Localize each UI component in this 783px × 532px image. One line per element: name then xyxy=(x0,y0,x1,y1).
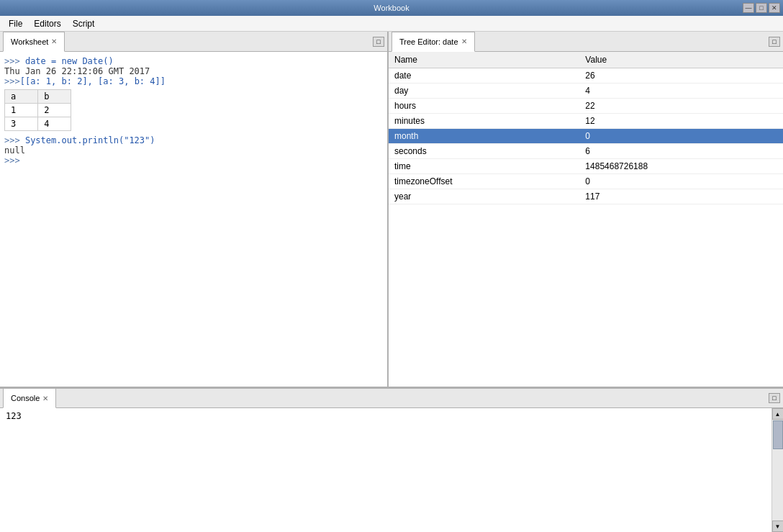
table-cell: 1 xyxy=(5,104,38,117)
console-tab-header: Console ✕ □ xyxy=(0,388,783,408)
close-button[interactable]: ✕ xyxy=(769,3,780,13)
tree-table: Name Value date26day4hours22minutes12mon… xyxy=(389,52,783,204)
tree-row-name: month xyxy=(389,129,579,144)
tree-row-value: 0 xyxy=(579,129,783,144)
tree-row-value: 117 xyxy=(579,189,783,204)
tree-row-name: time xyxy=(389,159,579,174)
table-cell: 2 xyxy=(38,104,71,117)
top-panes: Worksheet ✕ □ >>> date = new Date() Thu … xyxy=(0,32,783,388)
prompt-3: >>> xyxy=(4,76,20,86)
tree-row-value: 1485468726188 xyxy=(579,159,783,174)
table-cell: 4 xyxy=(38,117,71,131)
restore-button[interactable]: □ xyxy=(756,3,767,13)
console-tab[interactable]: Console ✕ xyxy=(3,388,56,408)
array-table: a b 1234 xyxy=(4,89,71,131)
console-pane: Console ✕ □ 123 ▲ ▼ xyxy=(0,388,783,532)
tree-row-name: timezoneOffset xyxy=(389,174,579,189)
console-text-area: 123 xyxy=(0,408,783,532)
tree-row-name: day xyxy=(389,84,579,99)
prompt-5: >>> xyxy=(4,135,25,145)
console-maximize[interactable]: □ xyxy=(769,393,780,403)
col-value: Value xyxy=(579,52,783,68)
console-output: 123 xyxy=(6,411,22,421)
tree-row[interactable]: date26 xyxy=(389,68,783,84)
minimize-button[interactable]: — xyxy=(743,3,754,13)
tree-row-value: 4 xyxy=(579,84,783,99)
worksheet-tab[interactable]: Worksheet ✕ xyxy=(3,32,65,52)
tree-row[interactable]: day4 xyxy=(389,84,783,99)
tree-row-value: 0 xyxy=(579,174,783,189)
col-a: a xyxy=(5,90,38,104)
menu-bar: File Editors Script xyxy=(0,16,783,32)
col-name: Name xyxy=(389,52,579,68)
worksheet-tab-close[interactable]: ✕ xyxy=(51,37,57,45)
tree-tab-label: Tree Editor: date xyxy=(399,37,458,46)
tree-tab-header: Tree Editor: date ✕ □ xyxy=(389,32,783,52)
tree-editor-pane: Tree Editor: date ✕ □ Name Value date26d… xyxy=(389,32,783,387)
menu-editors[interactable]: Editors xyxy=(28,17,66,30)
title-bar: Workbook — □ ✕ xyxy=(0,0,783,16)
console-content[interactable]: 123 xyxy=(0,408,783,424)
tree-row-name: year xyxy=(389,189,579,204)
tree-row-name: seconds xyxy=(389,144,579,159)
worksheet-tab-label: Worksheet xyxy=(11,37,48,46)
console-tab-label: Console xyxy=(11,394,40,402)
tree-row[interactable]: year117 xyxy=(389,189,783,204)
scroll-thumb[interactable] xyxy=(773,420,783,449)
worksheet-maximize[interactable]: □ xyxy=(373,37,384,47)
code-1: date = new Date() xyxy=(25,56,114,66)
console-scrollbar[interactable]: ▲ ▼ xyxy=(771,408,783,532)
worksheet-tab-header: Worksheet ✕ □ xyxy=(0,32,387,52)
console-tab-close[interactable]: ✕ xyxy=(42,395,48,402)
table-row: 12 xyxy=(5,104,71,117)
table-cell: 3 xyxy=(5,117,38,131)
tree-row[interactable]: minutes12 xyxy=(389,114,783,129)
worksheet-content[interactable]: >>> date = new Date() Thu Jan 26 22:12:0… xyxy=(0,52,387,387)
tree-row-value: 12 xyxy=(579,114,783,129)
worksheet-pane: Worksheet ✕ □ >>> date = new Date() Thu … xyxy=(0,32,389,387)
tree-row-value: 6 xyxy=(579,144,783,159)
tree-row-name: hours xyxy=(389,99,579,114)
console-scrollbar-area: 123 ▲ ▼ xyxy=(0,408,783,532)
prompt-7: >>> xyxy=(4,155,20,166)
tree-tab[interactable]: Tree Editor: date ✕ xyxy=(392,32,475,52)
line-1: >>> date = new Date() xyxy=(4,56,383,66)
prompt-1: >>> xyxy=(4,56,25,66)
main-content: Worksheet ✕ □ >>> date = new Date() Thu … xyxy=(0,32,783,532)
tree-tab-close[interactable]: ✕ xyxy=(461,37,467,45)
line-5: >>> System.out.println("123") xyxy=(4,135,383,145)
menu-script[interactable]: Script xyxy=(67,17,101,30)
line-3: >>>[[a: 1, b: 2], [a: 3, b: 4]] xyxy=(4,76,383,86)
output-5: null xyxy=(4,145,383,155)
window-title: Workbook xyxy=(374,4,409,12)
scroll-down-arrow[interactable]: ▼ xyxy=(772,520,784,532)
tree-row-name: minutes xyxy=(389,114,579,129)
tree-content[interactable]: Name Value date26day4hours22minutes12mon… xyxy=(389,52,783,387)
tree-row-value: 26 xyxy=(579,68,783,84)
tree-row[interactable]: timezoneOffset0 xyxy=(389,174,783,189)
scroll-track[interactable] xyxy=(772,420,784,520)
tree-row[interactable]: month0 xyxy=(389,129,783,144)
table-row: 34 xyxy=(5,117,71,131)
tree-row-name: date xyxy=(389,68,579,84)
code-3: [[a: 1, b: 2], [a: 3, b: 4]] xyxy=(20,76,166,86)
col-b: b xyxy=(38,90,71,104)
output-1: Thu Jan 26 22:12:06 GMT 2017 xyxy=(4,66,383,76)
code-5: System.out.println("123") xyxy=(25,135,155,145)
tree-row[interactable]: time1485468726188 xyxy=(389,159,783,174)
tree-row[interactable]: hours22 xyxy=(389,99,783,114)
tree-row-value: 22 xyxy=(579,99,783,114)
line-7: >>> xyxy=(4,155,383,166)
menu-file[interactable]: File xyxy=(3,17,28,30)
scroll-up-arrow[interactable]: ▲ xyxy=(772,408,784,420)
tree-row[interactable]: seconds6 xyxy=(389,144,783,159)
tree-maximize[interactable]: □ xyxy=(769,37,780,47)
